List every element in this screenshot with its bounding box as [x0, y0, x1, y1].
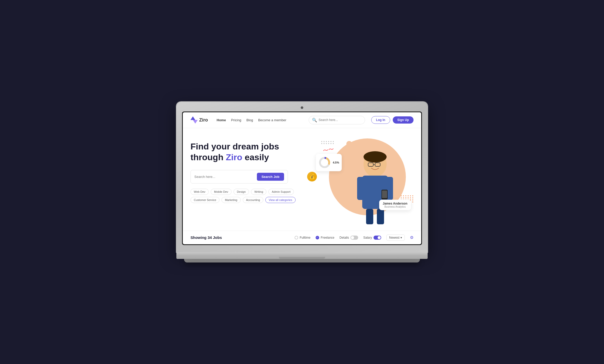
sort-dropdown[interactable]: Newest ▾: [386, 235, 405, 241]
logo: Ziro: [190, 116, 208, 124]
logo-icon: [190, 116, 198, 124]
login-button[interactable]: Log In: [371, 116, 390, 124]
details-toggle-group: Details: [339, 236, 358, 240]
person-svg: [342, 136, 408, 233]
dots-top: [321, 141, 334, 144]
tag-customer-service[interactable]: Customer Service: [190, 197, 219, 203]
tag-marketing[interactable]: Marketing: [222, 197, 240, 203]
fulltime-radio[interactable]: [295, 236, 298, 239]
hero-search-bar: Search Job: [190, 170, 288, 184]
nav-home[interactable]: Home: [217, 118, 226, 122]
brand-name: Ziro: [199, 117, 208, 123]
sort-label: Newest: [389, 236, 399, 239]
screen-content: Ziro Home Pricing Blog Become a member 🔍: [183, 112, 421, 244]
chart-percentage-label: 4.5%: [333, 161, 339, 164]
hero-section: Find your dream jobs through Ziro easily…: [183, 128, 421, 231]
navbar: Ziro Home Pricing Blog Become a member 🔍: [183, 112, 421, 128]
category-tags: Web Dev Mobile Dev Design Writing Admin …: [190, 189, 302, 203]
hero-search-input[interactable]: [194, 175, 254, 179]
camera-dot: [301, 106, 303, 109]
hero-title-line2-pre: through: [190, 152, 226, 162]
nav-become-member[interactable]: Become a member: [258, 118, 286, 122]
nav-blog[interactable]: Blog: [246, 118, 253, 122]
navbar-search-input[interactable]: [319, 118, 362, 122]
laptop-wrapper: Ziro Home Pricing Blog Become a member 🔍: [176, 102, 428, 262]
coin-decoration: 💰: [307, 172, 317, 181]
nav-pricing[interactable]: Pricing: [231, 118, 241, 122]
tag-view-all[interactable]: View all categories: [265, 197, 296, 203]
nav-links: Home Pricing Blog Become a member: [217, 118, 303, 122]
tag-mobiledev[interactable]: Mobile Dev: [211, 189, 231, 195]
tag-accounting[interactable]: Accounting: [243, 197, 263, 203]
navbar-search-bar: 🔍: [309, 116, 365, 124]
hero-title-line2-post: easily: [242, 152, 269, 162]
laptop-base: [176, 252, 428, 259]
search-job-button[interactable]: Search Job: [257, 173, 284, 181]
tag-webdev[interactable]: Web Dev: [190, 189, 209, 195]
tag-writing[interactable]: Writing: [251, 189, 266, 195]
search-icon: 🔍: [312, 118, 317, 123]
svg-marker-1: [193, 120, 198, 124]
nav-buttons: Log In Sign Up: [371, 116, 414, 124]
jobs-count: Showing 34 Jobs: [190, 235, 222, 240]
hero-brand-name: Ziro: [226, 152, 242, 162]
fulltime-label: Fulltime: [300, 236, 310, 239]
hero-title: Find your dream jobs through Ziro easily: [190, 141, 302, 163]
svg-marker-0: [190, 116, 195, 120]
laptop-screen-outer: Ziro Home Pricing Blog Become a member 🔍: [176, 102, 428, 252]
chart-card: 4.5%: [316, 154, 342, 171]
laptop-bottom: [184, 259, 420, 262]
freelance-label: Freelance: [321, 236, 334, 239]
fulltime-filter[interactable]: Fulltime: [295, 236, 310, 239]
screen-bezel: Ziro Home Pricing Blog Become a member 🔍: [182, 112, 422, 245]
person-badge: James Anderson Business Analytics: [379, 200, 411, 210]
svg-rect-4: [357, 177, 365, 200]
filter-icon-button[interactable]: ⚙: [410, 235, 414, 240]
freelance-check[interactable]: ✓: [316, 236, 319, 239]
hero-title-line1: Find your dream jobs: [190, 141, 279, 151]
hero-left: Find your dream jobs through Ziro easily…: [190, 138, 302, 223]
svg-rect-12: [366, 209, 373, 224]
person-name: James Anderson: [383, 202, 407, 205]
wave-decoration: 〜〜: [322, 145, 335, 155]
salary-toggle-knob: [378, 236, 381, 239]
salary-label: Salary: [363, 236, 372, 239]
details-toggle[interactable]: [350, 236, 358, 240]
chevron-down-icon: ▾: [400, 236, 402, 239]
donut-chart-svg: [318, 156, 331, 169]
details-label: Details: [339, 236, 349, 239]
jobs-filters: Fulltime ✓ Freelance Details: [295, 235, 414, 241]
salary-toggle-group: Salary: [363, 236, 381, 240]
site-container: Ziro Home Pricing Blog Become a member 🔍: [183, 112, 421, 244]
tag-design[interactable]: Design: [234, 189, 249, 195]
signup-button[interactable]: Sign Up: [393, 116, 414, 124]
details-toggle-knob: [351, 236, 354, 239]
hero-right: 〜〜 💰: [302, 138, 414, 223]
salary-toggle[interactable]: [374, 236, 381, 240]
freelance-filter[interactable]: ✓ Freelance: [316, 236, 334, 239]
circle-decoration: [346, 141, 352, 147]
person-role: Business Analytics: [383, 205, 407, 208]
tag-admin-support[interactable]: Admin Support: [268, 189, 294, 195]
svg-rect-11: [382, 190, 387, 198]
svg-point-9: [364, 151, 387, 163]
svg-rect-13: [377, 209, 384, 224]
